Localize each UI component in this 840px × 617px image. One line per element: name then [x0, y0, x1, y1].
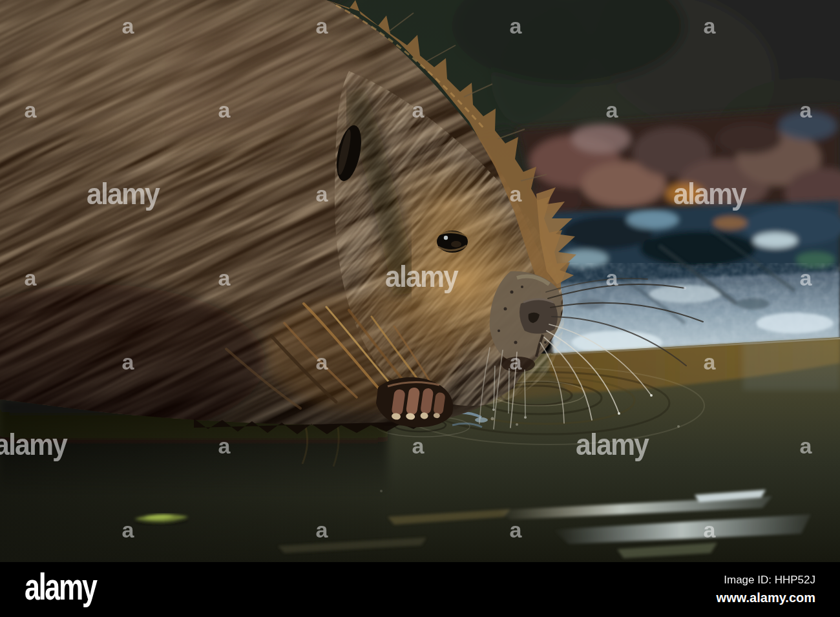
watermark-letter: a	[122, 518, 135, 542]
beaver-eye	[437, 231, 468, 253]
alamy-logo: alamy	[25, 568, 96, 612]
alamy-url-text: www.alamy.com	[717, 590, 815, 606]
watermark-letter: a	[800, 266, 813, 290]
alamy-footer-bar: alamy Image ID: HHP52J www.alamy.com	[0, 562, 840, 617]
watermark-letter: a	[704, 350, 717, 374]
image-info-block: Image ID: HHP52J www.alamy.com	[717, 573, 815, 605]
watermark-letter: a	[316, 518, 329, 542]
beaver-photo: aaaaaaaaaaaaaaaaaaaaaaaaaaalamyalamyalam…	[0, 0, 840, 562]
watermark-letter: a	[704, 14, 717, 38]
watermark-word: alamy	[576, 428, 649, 461]
watermark-letter: a	[800, 434, 813, 458]
watermark-word: alamy	[0, 428, 68, 461]
eye-catchlight	[444, 236, 448, 240]
watermark-word: alamy	[87, 177, 160, 211]
watermark-letter: a	[25, 98, 37, 122]
watermark-letter: a	[510, 350, 523, 374]
watermark-letter: a	[316, 182, 329, 206]
watermark-letter: a	[510, 182, 523, 206]
watermark-letter: a	[218, 434, 231, 458]
watermark-letter: a	[218, 98, 231, 122]
watermark-letter: a	[606, 266, 619, 290]
watermark-letter: a	[412, 98, 425, 122]
watermark-word: alamy	[385, 260, 459, 293]
watermark-letter: a	[510, 14, 523, 38]
watermark-letter: a	[412, 434, 425, 458]
watermark-word: alamy	[673, 177, 747, 211]
watermark-letter: a	[316, 350, 329, 374]
watermark-letter: a	[510, 518, 523, 542]
image-id-text: Image ID: HHP52J	[717, 573, 815, 587]
watermark-letter: a	[316, 14, 329, 38]
alamy-stock-photo-page: aaaaaaaaaaaaaaaaaaaaaaaaaaalamyalamyalam…	[0, 0, 840, 617]
watermark-letter: a	[25, 266, 37, 290]
watermark-letter: a	[218, 266, 231, 290]
watermark-letter: a	[800, 98, 813, 122]
watermark-letter: a	[704, 518, 717, 542]
watermark-letter: a	[122, 14, 135, 38]
watermark-letter: a	[606, 98, 619, 122]
watermark-letter: a	[122, 350, 135, 374]
